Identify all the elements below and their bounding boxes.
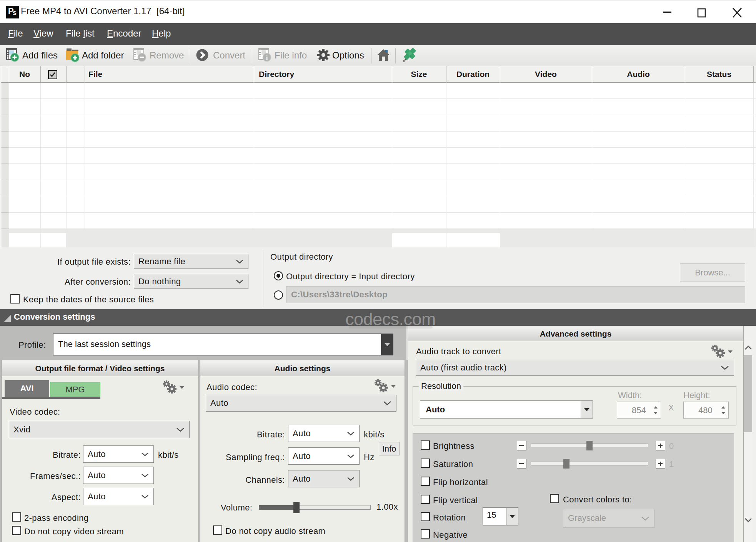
svg-text:i: i <box>266 54 268 62</box>
